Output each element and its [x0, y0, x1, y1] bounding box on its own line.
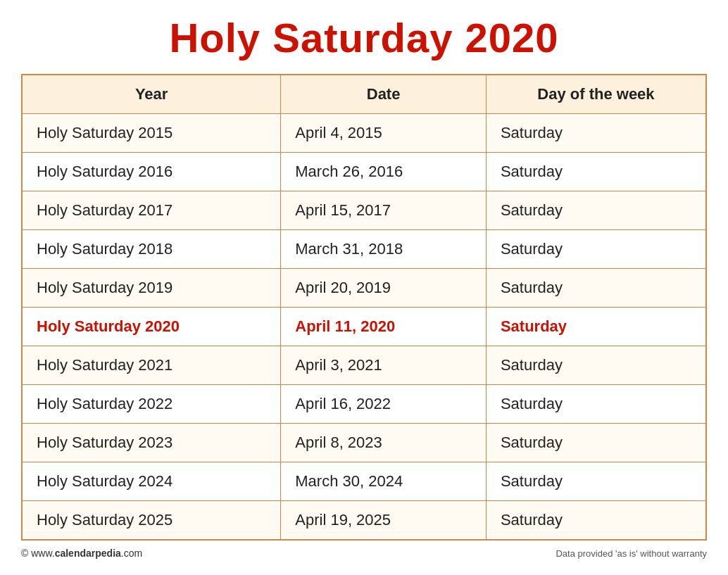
footer-right: Data provided 'as is' without warranty: [556, 548, 707, 559]
col-header-day: Day of the week: [486, 75, 706, 114]
cell-year: Holy Saturday 2023: [22, 424, 281, 462]
footer-brand: calendarpedia: [55, 548, 121, 559]
cell-year: Holy Saturday 2022: [22, 385, 281, 424]
table-row: Holy Saturday 2024March 30, 2024Saturday: [22, 462, 706, 501]
cell-date: April 16, 2022: [281, 385, 487, 424]
cell-day: Saturday: [486, 462, 706, 501]
table-row: Holy Saturday 2023April 8, 2023Saturday: [22, 424, 706, 462]
cell-year: Holy Saturday 2016: [22, 153, 281, 191]
cell-day: Saturday: [486, 269, 706, 308]
table-row: Holy Saturday 2020April 11, 2020Saturday: [22, 308, 706, 346]
holy-saturday-table: Year Date Day of the week Holy Saturday …: [21, 74, 707, 541]
footer: © www.calendarpedia.com Data provided 'a…: [21, 548, 707, 559]
cell-day: Saturday: [486, 346, 706, 385]
cell-year: Holy Saturday 2025: [22, 501, 281, 541]
table-row: Holy Saturday 2025April 19, 2025Saturday: [22, 501, 706, 541]
col-header-year: Year: [22, 75, 281, 114]
col-header-date: Date: [281, 75, 487, 114]
page-title: Holy Saturday 2020: [21, 14, 707, 61]
cell-date: March 31, 2018: [281, 230, 487, 269]
cell-year: Holy Saturday 2015: [22, 114, 281, 153]
table-header-row: Year Date Day of the week: [22, 75, 706, 114]
cell-date: April 11, 2020: [281, 308, 487, 346]
cell-date: April 3, 2021: [281, 346, 487, 385]
table-row: Holy Saturday 2016March 26, 2016Saturday: [22, 153, 706, 191]
table-row: Holy Saturday 2015April 4, 2015Saturday: [22, 114, 706, 153]
cell-day: Saturday: [486, 230, 706, 269]
cell-date: March 30, 2024: [281, 462, 487, 501]
cell-year: Holy Saturday 2020: [22, 308, 281, 346]
cell-day: Saturday: [486, 191, 706, 230]
table-row: Holy Saturday 2017April 15, 2017Saturday: [22, 191, 706, 230]
cell-day: Saturday: [486, 153, 706, 191]
cell-day: Saturday: [486, 308, 706, 346]
cell-year: Holy Saturday 2024: [22, 462, 281, 501]
footer-left: © www.calendarpedia.com: [21, 548, 142, 559]
cell-date: April 8, 2023: [281, 424, 487, 462]
table-row: Holy Saturday 2019April 20, 2019Saturday: [22, 269, 706, 308]
cell-date: April 15, 2017: [281, 191, 487, 230]
cell-year: Holy Saturday 2019: [22, 269, 281, 308]
cell-day: Saturday: [486, 424, 706, 462]
cell-day: Saturday: [486, 501, 706, 541]
cell-date: April 19, 2025: [281, 501, 487, 541]
table-row: Holy Saturday 2021April 3, 2021Saturday: [22, 346, 706, 385]
cell-date: March 26, 2016: [281, 153, 487, 191]
cell-year: Holy Saturday 2017: [22, 191, 281, 230]
cell-day: Saturday: [486, 114, 706, 153]
table-row: Holy Saturday 2018March 31, 2018Saturday: [22, 230, 706, 269]
cell-date: April 4, 2015: [281, 114, 487, 153]
cell-day: Saturday: [486, 385, 706, 424]
table-row: Holy Saturday 2022April 16, 2022Saturday: [22, 385, 706, 424]
cell-date: April 20, 2019: [281, 269, 487, 308]
cell-year: Holy Saturday 2018: [22, 230, 281, 269]
cell-year: Holy Saturday 2021: [22, 346, 281, 385]
